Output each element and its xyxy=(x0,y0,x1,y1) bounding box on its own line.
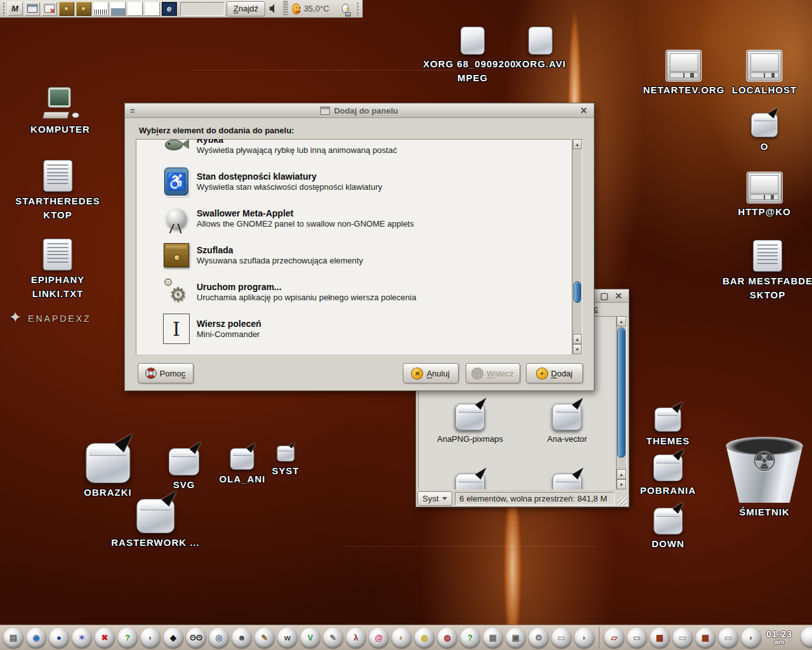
dock-item-directx[interactable]: ✖ xyxy=(95,628,115,648)
add-button[interactable]: ＋ Dodaj xyxy=(526,363,583,383)
panel-launcher-striped-app[interactable] xyxy=(93,2,108,16)
desktop-icon-down[interactable]: DOWN xyxy=(652,508,684,551)
desktop-icon-obrazki[interactable]: OBRAZKI xyxy=(84,443,131,500)
desktop-icon-rasterwork[interactable]: RASTERWORK ... xyxy=(111,499,200,550)
desktop-icon-xorg-mpeg[interactable]: XORG 68_09092004MPEG xyxy=(423,27,522,85)
applet-list[interactable]: Rybka Wyświetla pływającą rybkę lub inną… xyxy=(136,139,571,354)
desktop-icon-enapdexz[interactable]: ✦ ENAPDEXZ xyxy=(9,308,91,329)
desktop-icon-bar-sktop[interactable]: BAR MESTFABDESKTOP xyxy=(723,240,812,302)
desktop-icon-xorg-avi[interactable]: XORG.AVI xyxy=(515,27,566,71)
back-button[interactable]: Wstecz xyxy=(466,363,520,383)
panel-launcher-split-app[interactable] xyxy=(110,2,126,16)
fm-folder-partial[interactable] xyxy=(455,474,485,489)
cancel-button[interactable]: ✕ Anuluj xyxy=(403,363,459,383)
scroll-up-button-2[interactable]: ▲ xyxy=(573,334,582,344)
weather-smiley-icon[interactable] xyxy=(293,4,299,14)
dock-item-roast-disc[interactable]: ◍ xyxy=(414,628,435,648)
dock-item-globe-pointer[interactable]: ◉ xyxy=(26,628,46,648)
panel-launcher-drawer-2[interactable] xyxy=(76,2,91,16)
dock-item-gears[interactable]: ⚙ xyxy=(528,628,549,648)
dock-item-dual-monitor[interactable]: ▣ xyxy=(506,628,526,648)
desktop-icon-epiphany-linki[interactable]: EPIPHANYLINKI.TXT xyxy=(31,239,85,301)
panel-launcher-white-app-2[interactable] xyxy=(145,2,160,16)
applet-list-item[interactable]: Swallower Meta-Applet Allows the GNOME2 … xyxy=(136,200,571,237)
dock-item-blue-creature[interactable]: ✶ xyxy=(72,628,92,648)
dock-item-help-green[interactable]: ? xyxy=(117,628,138,648)
close-icon[interactable]: ✕ xyxy=(615,291,622,301)
desktop-icon-localhost[interactable]: LOCALHOST xyxy=(732,51,797,97)
desktop-icon-netartev-org[interactable]: NETARTEV.ORG xyxy=(643,51,725,97)
add-to-panel-dialog[interactable]: = Dodaj do panelu ✕ Wybierz element do d… xyxy=(124,103,594,391)
panel-launcher-app-window-close[interactable] xyxy=(42,2,57,16)
dock-item-desktop-shot-2[interactable]: ▦ xyxy=(695,628,716,648)
desktop-icon-startheredesktop[interactable]: STARTHEREDESKTOP xyxy=(15,160,100,222)
fm-resize-grip[interactable] xyxy=(617,496,627,507)
dock-item-whiteboard[interactable]: ▭ xyxy=(627,628,647,648)
dock-item-notepad-pencil[interactable]: ✎ xyxy=(323,628,343,648)
dialog-scrollbar-thumb[interactable] xyxy=(573,281,581,303)
applet-list-item[interactable]: Szuflada Wysuwana szuflada przechowująca… xyxy=(136,237,571,274)
dock-item-desktop-shot-1[interactable]: ▦ xyxy=(650,628,670,648)
dock-item-document-magnifier[interactable]: ◎ xyxy=(209,628,229,648)
dock-item-sticky-note[interactable]: ✎ xyxy=(254,628,275,648)
desktop-icon-smietnik[interactable]: ☢ ŚMIETNIK xyxy=(725,437,804,519)
panel-launcher-main-menu-m[interactable]: M xyxy=(8,2,23,16)
dock-item-folder-sphere-2[interactable]: ▭ xyxy=(672,628,693,648)
scroll-up-button[interactable]: ▲ xyxy=(573,139,582,149)
dock-item-face[interactable]: ☻ xyxy=(232,628,252,648)
find-button[interactable]: Znajdź xyxy=(226,1,265,17)
dialog-titlebar[interactable]: = Dodaj do panelu ✕ xyxy=(125,103,594,118)
applet-handle[interactable] xyxy=(283,1,288,17)
dock-item-red-page[interactable]: ▱ xyxy=(604,628,624,648)
help-button[interactable]: Pomoc xyxy=(138,363,193,383)
dock-item-planet-image[interactable]: ◐ xyxy=(391,628,412,648)
dock-item-gimp-tan-2[interactable]: ◗ xyxy=(741,628,761,648)
search-input[interactable] xyxy=(180,2,225,16)
panel-launcher-epiphany-browser[interactable]: e xyxy=(162,2,177,16)
desktop-icon-syst[interactable]: SYST xyxy=(272,446,299,478)
dock-item-screen-door[interactable]: ▤ xyxy=(3,628,23,648)
fm-vertical-scrollbar[interactable]: ▲ ▲ ▼ xyxy=(616,316,627,489)
desktop-icon-ola-ani[interactable]: OLA_ANI xyxy=(219,448,266,486)
scroll-down-button[interactable]: ▼ xyxy=(573,344,582,354)
applet-list-item[interactable]: Rybka Wyświetla pływającą rybkę lub inną… xyxy=(136,139,571,163)
desktop-icon-svg[interactable]: SVG xyxy=(169,448,199,492)
panel-launcher-drawer-1[interactable] xyxy=(59,2,74,16)
dock-item-debian-spiral[interactable]: @ xyxy=(369,628,389,648)
desktop-icon-o-folder[interactable]: O xyxy=(751,113,778,154)
dock-item-word-document[interactable]: w xyxy=(277,628,298,648)
desktop-icon-themes[interactable]: THEMES xyxy=(646,408,690,448)
dock-item-movie-disc[interactable]: ◍ xyxy=(437,628,457,648)
dock-item-help-green-2[interactable]: ? xyxy=(460,628,480,648)
scroll-down-button[interactable]: ▼ xyxy=(617,479,626,489)
panel-grip-left[interactable] xyxy=(3,2,6,16)
dock-item-edge-partial[interactable] xyxy=(801,627,812,647)
dock-item-calculator[interactable]: ▦ xyxy=(483,628,503,648)
dock-item-folder-sphere-1[interactable]: ▭ xyxy=(551,628,572,648)
dock-item-editor-green[interactable]: V xyxy=(300,628,320,648)
lightbulb-icon[interactable] xyxy=(343,4,349,13)
dialog-scrollbar[interactable]: ▲ ▲ ▼ xyxy=(572,139,582,354)
dock-item-eyes[interactable]: ʘʘ xyxy=(186,628,206,648)
panel-launcher-app-window[interactable] xyxy=(25,2,40,16)
scroll-up-button-2[interactable]: ▲ xyxy=(617,469,626,479)
fm-folder[interactable]: AnaPNG-pixmaps xyxy=(437,404,503,444)
maximize-icon[interactable]: ▢ xyxy=(600,291,608,301)
dock-item-folder-sphere-3[interactable]: ▭ xyxy=(718,628,738,648)
fm-folder[interactable]: Ana-vector xyxy=(547,404,587,444)
desktop-icon-http-ko[interactable]: HTTP@KO xyxy=(738,173,790,219)
dock-item-blue-globe[interactable]: ● xyxy=(49,628,69,648)
panel-grip-right[interactable] xyxy=(357,2,360,16)
fm-scrollbar-thumb[interactable] xyxy=(617,328,625,458)
fm-folder-partial[interactable] xyxy=(553,474,582,489)
applet-list-item[interactable]: Uruchom program... Uruchamia aplikację p… xyxy=(136,274,571,310)
speaker-icon[interactable] xyxy=(270,4,277,14)
dock-item-lyx[interactable]: λ xyxy=(346,628,366,648)
applet-list-item[interactable]: ♿ Stan dostępności klawiatury Wyświetla … xyxy=(136,163,571,200)
dock-item-gimp-tan-1[interactable]: ◗ xyxy=(574,628,594,648)
fm-zoom-combo[interactable]: Syst xyxy=(417,491,452,506)
desktop-icon-komputer[interactable]: KOMPUTER xyxy=(30,88,90,136)
dock-item-inkscape-bird[interactable]: ◆ xyxy=(163,628,183,648)
desktop-icon-pobrania[interactable]: POBRANIA xyxy=(640,454,696,498)
dock-item-gimp-gray[interactable]: ◗ xyxy=(140,628,160,648)
